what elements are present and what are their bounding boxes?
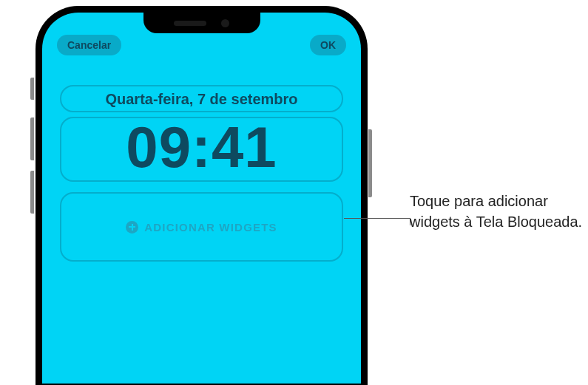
lockscreen-editor-content: Quarta-feira, 7 de setembro 09:41 ADICIO… xyxy=(60,85,343,262)
cancel-button[interactable]: Cancelar xyxy=(57,35,121,55)
phone-side-button-right xyxy=(368,129,372,197)
phone-side-buttons-left xyxy=(30,78,34,224)
phone-screen: Cancelar OK Quarta-feira, 7 de setembro … xyxy=(42,13,361,384)
time-text: 09:41 xyxy=(126,115,277,180)
volume-down-button xyxy=(30,171,34,214)
done-button[interactable]: OK xyxy=(310,35,346,55)
callout-leader-line xyxy=(344,218,410,219)
phone-frame: Cancelar OK Quarta-feira, 7 de setembro … xyxy=(36,6,368,385)
plus-circle-icon xyxy=(126,221,138,234)
volume-up-button xyxy=(30,117,34,160)
date-widget-slot[interactable]: Quarta-feira, 7 de setembro xyxy=(60,85,343,112)
editor-top-bar: Cancelar OK xyxy=(57,35,346,55)
callout-text: Toque para adicionar widgets à Tela Bloq… xyxy=(410,191,588,232)
phone-notch xyxy=(143,13,260,33)
add-widgets-label: ADICIONAR WIDGETS xyxy=(144,221,277,234)
add-widgets-button[interactable]: ADICIONAR WIDGETS xyxy=(60,192,343,262)
time-widget-slot[interactable]: 09:41 xyxy=(60,117,343,182)
silence-switch xyxy=(30,78,34,100)
date-text: Quarta-feira, 7 de setembro xyxy=(105,91,297,107)
